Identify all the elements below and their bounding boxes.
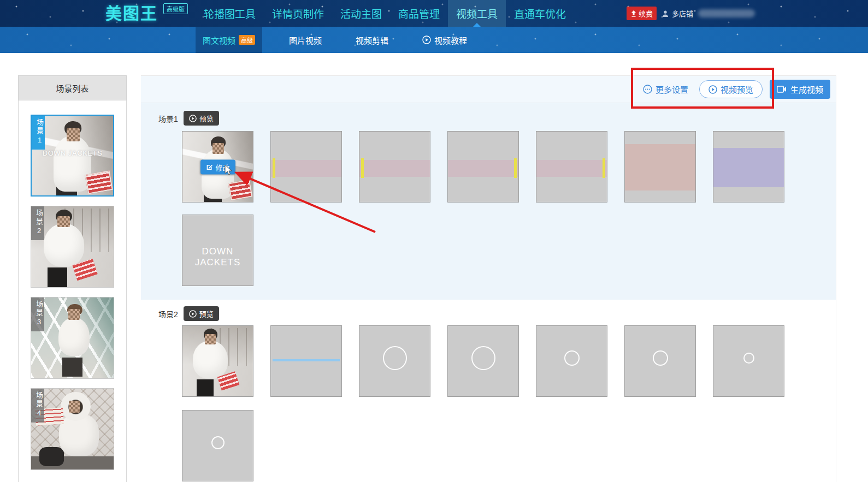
scene1-frame-7[interactable]	[713, 131, 784, 203]
scene2-frame-7[interactable]	[713, 325, 784, 397]
toolbar: 更多设置 视频预览 生成视频	[141, 76, 836, 103]
scene1-frame-1[interactable]: 修改	[182, 131, 253, 203]
scene1-frame-8[interactable]: DOWN JACKETS	[182, 215, 253, 286]
edit-label: 修改	[215, 162, 229, 172]
scene-thumbnail-3[interactable]: 场景3	[31, 297, 114, 379]
scene2-frame-4[interactable]	[447, 325, 519, 397]
scene-list: DOWN JACKETS 场景1 场景2 场景3 场景4	[18, 100, 127, 482]
nav-item-carousel-tools[interactable]: 轮播图工具	[196, 0, 264, 27]
sub-navigation-bar: 图文视频 高级 图片视频 视频剪辑 视频教程	[0, 27, 868, 53]
scene1-frame-4[interactable]	[447, 131, 519, 203]
scene-list-panel: 场景列表 DOWN JACKETS 场景1 场景2 场景3 场景4	[18, 75, 127, 482]
scene-tag: 场景1	[32, 116, 45, 150]
logo-premium-badge: 高级版	[163, 3, 188, 14]
frame-caption: DOWN JACKETS	[182, 246, 253, 268]
scene2-frames-row1	[182, 325, 784, 397]
scene1-frames-row1: 修改	[182, 131, 784, 203]
premium-badge: 高级	[239, 35, 255, 45]
header-right: 续费 多店铺	[627, 0, 755, 27]
upgrade-arrow-icon	[630, 10, 637, 17]
scene-tag: 场景4	[31, 389, 44, 423]
scene2-section: 场景2 预览	[141, 300, 836, 482]
nav-item-activity-image[interactable]: 活动主图	[332, 0, 390, 27]
nav-item-ztc-optimization[interactable]: 直通车优化	[506, 0, 574, 27]
scene2-frames-row2	[182, 410, 253, 481]
scene2-frame-5[interactable]	[536, 325, 607, 397]
scene1-preview-button[interactable]: 预览	[184, 111, 219, 126]
tab-label: 视频教程	[434, 34, 467, 46]
photo-caption: DOWN JACKETS	[32, 149, 113, 157]
video-preview-button[interactable]: 视频预览	[699, 80, 763, 98]
tab-image-video[interactable]: 图片视频	[282, 27, 329, 53]
scene-tag: 场景2	[31, 206, 44, 240]
scene2-label: 场景2	[158, 308, 178, 319]
tab-image-text-video[interactable]: 图文视频 高级	[196, 27, 262, 53]
renew-button[interactable]: 续费	[627, 7, 657, 20]
account-name-blurred	[698, 9, 755, 17]
video-preview-label: 视频预览	[721, 84, 753, 95]
nav-label: 活动主图	[340, 6, 382, 21]
scene2-header: 场景2 预览	[158, 306, 219, 321]
more-settings-button[interactable]: 更多设置	[643, 84, 688, 95]
nav-label: 详情页制作	[272, 6, 324, 21]
multi-store-label: 多店铺	[672, 8, 693, 19]
play-circle-icon	[422, 35, 431, 44]
scene1-header: 场景1 预览	[158, 111, 219, 126]
tab-label: 视频剪辑	[356, 34, 388, 46]
ellipsis-circle-icon	[643, 85, 652, 94]
generate-video-label: 生成视频	[790, 84, 823, 95]
tab-video-editing[interactable]: 视频剪辑	[349, 27, 395, 53]
preview-label: 预览	[199, 113, 214, 123]
nav-item-product-management[interactable]: 商品管理	[390, 0, 448, 27]
video-camera-icon	[777, 86, 787, 93]
nav-label: 商品管理	[398, 6, 440, 21]
frame-photo	[182, 326, 253, 396]
frame-edit-button[interactable]: 修改	[200, 159, 235, 174]
main-panel: 更多设置 视频预览 生成视频 场景1 预览	[141, 75, 836, 482]
main-menu: 轮播图工具 详情页制作 活动主图 商品管理 视频工具 直通车优化	[196, 0, 574, 27]
app-logo[interactable]: 美图王	[105, 2, 158, 25]
nav-item-detail-page[interactable]: 详情页制作	[264, 0, 332, 27]
nav-item-video-tools[interactable]: 视频工具	[448, 0, 506, 27]
user-icon	[662, 10, 669, 17]
scene-thumbnail-4[interactable]: 场景4	[31, 388, 114, 470]
scene2-frame-8[interactable]	[182, 410, 253, 481]
scene1-section: 场景1 预览 修改	[141, 103, 836, 300]
scene1-frame-2[interactable]	[270, 131, 342, 203]
scene2-preview-button[interactable]: 预览	[184, 306, 219, 321]
scene1-label: 场景1	[158, 113, 178, 124]
scene1-frame-6[interactable]	[624, 131, 696, 203]
more-settings-label: 更多设置	[656, 84, 688, 95]
scene2-frame-2[interactable]	[270, 325, 342, 397]
scene2-frame-1[interactable]	[182, 325, 253, 397]
play-circle-icon	[708, 85, 717, 94]
nav-label: 直通车优化	[514, 6, 566, 21]
tab-label: 图文视频	[203, 34, 235, 46]
nav-label: 轮播图工具	[204, 6, 256, 21]
scene-thumbnail-2[interactable]: 场景2	[31, 206, 114, 288]
scene1-frame-3[interactable]	[359, 131, 430, 203]
scene-thumbnail-1[interactable]: DOWN JACKETS 场景1	[31, 115, 114, 197]
multi-store-button[interactable]: 多店铺	[662, 8, 693, 19]
edit-pencil-icon	[205, 163, 212, 170]
scene-tag: 场景3	[31, 297, 44, 331]
scene1-frame-5[interactable]	[536, 131, 607, 203]
scene2-frame-6[interactable]	[624, 325, 696, 397]
scene2-frame-3[interactable]	[359, 325, 430, 397]
scene-list-title: 场景列表	[18, 75, 127, 100]
play-circle-icon	[189, 115, 197, 122]
nav-label: 视频工具	[456, 6, 498, 21]
renew-label: 续费	[639, 8, 653, 19]
scene1-frames-row2: DOWN JACKETS	[182, 215, 253, 286]
tab-label: 图片视频	[289, 34, 322, 46]
play-circle-icon	[189, 310, 197, 318]
logo-wrap: 美图王 高级版	[105, 2, 188, 25]
top-navigation-bar: 美图王 高级版 轮播图工具 详情页制作 活动主图 商品管理 视频工具 直通车优化…	[0, 0, 868, 27]
preview-label: 预览	[199, 308, 214, 319]
tab-video-tutorial[interactable]: 视频教程	[415, 27, 474, 53]
generate-video-button[interactable]: 生成视频	[770, 80, 830, 99]
